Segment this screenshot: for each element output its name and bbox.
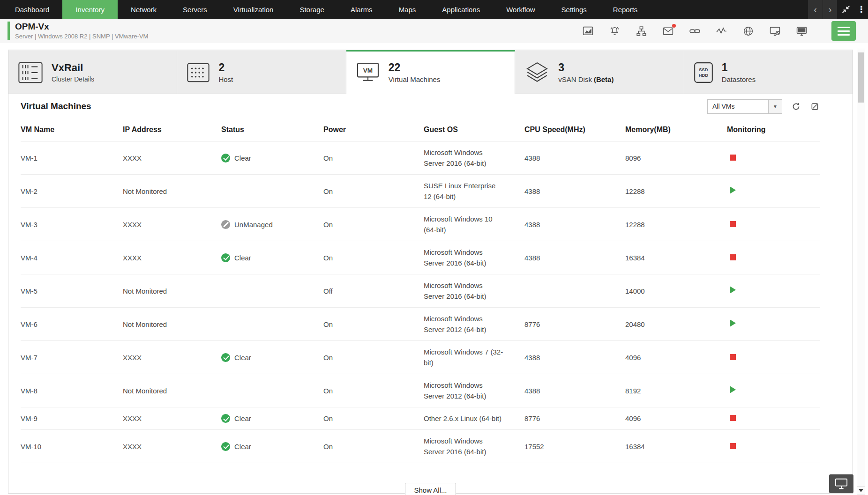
vm-name-cell[interactable]: VM-10 bbox=[21, 430, 123, 463]
scrollbar-thumb[interactable] bbox=[858, 52, 864, 103]
table-row[interactable]: VM-7 XXXX Clear On Microsoft Windows 7 (… bbox=[21, 341, 820, 374]
nav-item-applications[interactable]: Applications bbox=[429, 0, 493, 19]
table-row[interactable]: VM-4 XXXX Clear On Microsoft Windows Ser… bbox=[21, 241, 820, 274]
monitoring-toggle-icon[interactable] bbox=[730, 186, 736, 194]
nav-item-servers[interactable]: Servers bbox=[170, 0, 220, 19]
status-cell: Clear bbox=[221, 141, 323, 175]
monitoring-cell[interactable] bbox=[727, 274, 820, 308]
mail-icon[interactable] bbox=[662, 25, 674, 37]
vm-name-cell[interactable]: VM-4 bbox=[21, 241, 123, 274]
performance-chart-icon[interactable] bbox=[582, 25, 594, 37]
power-cell: On bbox=[323, 374, 424, 407]
tab-cluster-title: VxRail bbox=[52, 62, 94, 74]
memory-cell: 4096 bbox=[625, 407, 727, 430]
nav-item-storage[interactable]: Storage bbox=[286, 0, 337, 19]
header-toolbar bbox=[582, 21, 868, 41]
nav-item-inventory[interactable]: Inventory bbox=[62, 0, 118, 19]
vm-filter-dropdown[interactable]: All VMs bbox=[707, 99, 782, 114]
guest-os-cell: Microsoft Windows Server 2016 (64-bit) bbox=[424, 241, 524, 274]
monitor-off-icon[interactable] bbox=[769, 25, 781, 37]
vm-name-cell[interactable]: VM-1 bbox=[21, 141, 123, 175]
tab-virtual-machines[interactable]: VM 22 Virtual Machines bbox=[346, 50, 515, 94]
vm-name-cell[interactable]: VM-8 bbox=[21, 374, 123, 407]
nav-item-virtualization[interactable]: Virtualization bbox=[220, 0, 287, 19]
topology-icon[interactable] bbox=[635, 25, 647, 37]
table-row[interactable]: VM-8 Not Monitored On Microsoft Windows … bbox=[21, 374, 820, 407]
nav-item-alarms[interactable]: Alarms bbox=[337, 0, 386, 19]
table-row[interactable]: VM-9 XXXX Clear On Other 2.6.x Linux (64… bbox=[21, 407, 820, 430]
table-row[interactable]: VM-2 Not Monitored On SUSE Linux Enterpr… bbox=[21, 175, 820, 208]
table-row[interactable]: VM-5 Not Monitored Off Microsoft Windows… bbox=[21, 274, 820, 308]
page-header: OPM-Vx Server | Windows 2008 R2 | SNMP |… bbox=[0, 19, 868, 43]
monitoring-cell[interactable] bbox=[727, 407, 820, 430]
monitoring-cell[interactable] bbox=[727, 241, 820, 274]
tab-hosts[interactable]: 2 Host bbox=[177, 50, 346, 94]
cancel-icon[interactable] bbox=[809, 101, 820, 111]
alarm-icon[interactable] bbox=[608, 25, 621, 37]
tab-datastores[interactable]: SSD HDD 1 Datastores bbox=[684, 50, 853, 94]
tab-cluster-details[interactable]: VxRail Cluster Details bbox=[8, 50, 177, 94]
cpu-cell: 4388 bbox=[524, 374, 625, 407]
nav-item-reports[interactable]: Reports bbox=[600, 0, 651, 19]
scrollbar[interactable] bbox=[857, 49, 865, 495]
monitoring-cell[interactable] bbox=[727, 341, 820, 374]
monitoring-cell[interactable] bbox=[727, 374, 820, 407]
guest-os-cell: Microsoft Windows Server 2016 (64-bit) bbox=[424, 141, 524, 175]
sparkline-icon[interactable] bbox=[715, 25, 727, 37]
nav-item-maps[interactable]: Maps bbox=[386, 0, 429, 19]
monitoring-cell[interactable] bbox=[727, 141, 820, 175]
chevron-left-icon[interactable]: ‹ bbox=[808, 0, 823, 19]
table-row[interactable]: VM-6 Not Monitored On Microsoft Windows … bbox=[21, 308, 820, 341]
ip-cell: Not Monitored bbox=[123, 175, 221, 208]
scrollbar-down-button[interactable] bbox=[857, 486, 865, 495]
show-all-button[interactable]: Show All... bbox=[405, 483, 456, 495]
refresh-icon[interactable] bbox=[791, 101, 801, 111]
monitoring-toggle-icon[interactable] bbox=[730, 354, 736, 360]
content-panel: VxRail Cluster Details 2 Host bbox=[8, 50, 853, 494]
monitoring-cell[interactable] bbox=[727, 430, 820, 463]
monitoring-toggle-icon[interactable] bbox=[730, 221, 736, 227]
monitoring-toggle-icon[interactable] bbox=[730, 254, 736, 260]
nav-item-workflow[interactable]: Workflow bbox=[493, 0, 548, 19]
cpu-cell: 4388 bbox=[524, 341, 625, 374]
link-icon[interactable] bbox=[688, 25, 701, 37]
collapse-icon[interactable] bbox=[837, 0, 855, 19]
menu-button[interactable] bbox=[831, 21, 856, 41]
monitoring-toggle-icon[interactable] bbox=[730, 415, 736, 421]
console-icon[interactable] bbox=[795, 25, 808, 37]
ip-cell: XXXX bbox=[123, 430, 221, 463]
power-cell: On bbox=[323, 407, 424, 430]
vm-name-cell[interactable]: VM-9 bbox=[21, 407, 123, 430]
monitoring-cell[interactable] bbox=[727, 208, 820, 241]
vm-name-cell[interactable]: VM-6 bbox=[21, 308, 123, 341]
tab-vsan-disk[interactable]: 3 vSAN Disk(Beta) bbox=[515, 50, 684, 94]
vm-name-cell[interactable]: VM-5 bbox=[21, 274, 123, 308]
table-row[interactable]: VM-10 XXXX Clear On Microsoft Windows Se… bbox=[21, 430, 820, 463]
monitoring-toggle-icon[interactable] bbox=[730, 286, 736, 294]
monitoring-toggle-icon[interactable] bbox=[730, 386, 736, 393]
nav-item-settings[interactable]: Settings bbox=[548, 0, 600, 19]
col-cpu-speed: CPU Speed(MHz) bbox=[524, 118, 625, 141]
nav-items: DashboardInventoryNetworkServersVirtuali… bbox=[2, 0, 651, 19]
globe-icon[interactable] bbox=[742, 25, 754, 37]
monitoring-toggle-icon[interactable] bbox=[730, 319, 736, 327]
chevron-right-icon[interactable]: › bbox=[823, 0, 837, 19]
screen-share-button[interactable] bbox=[829, 474, 853, 493]
nav-item-network[interactable]: Network bbox=[118, 0, 170, 19]
overflow-menu-icon[interactable]: ⋮ bbox=[855, 0, 868, 19]
table-row[interactable]: VM-3 XXXX UnManaged On Microsoft Windows… bbox=[21, 208, 820, 241]
svg-text:SSD: SSD bbox=[699, 67, 708, 72]
status-cell: Clear bbox=[221, 341, 323, 374]
panel-title: Virtual Machines bbox=[21, 101, 91, 111]
panel-controls: All VMs bbox=[707, 99, 820, 114]
monitoring-cell[interactable] bbox=[727, 308, 820, 341]
table-row[interactable]: VM-1 XXXX Clear On Microsoft Windows Ser… bbox=[21, 141, 820, 175]
vm-name-cell[interactable]: VM-7 bbox=[21, 341, 123, 374]
monitoring-cell[interactable] bbox=[727, 175, 820, 208]
vm-name-cell[interactable]: VM-2 bbox=[21, 175, 123, 208]
monitoring-toggle-icon[interactable] bbox=[730, 155, 736, 161]
vm-name-cell[interactable]: VM-3 bbox=[21, 208, 123, 241]
monitoring-toggle-icon[interactable] bbox=[730, 443, 736, 449]
beta-badge: (Beta) bbox=[594, 75, 614, 83]
nav-item-dashboard[interactable]: Dashboard bbox=[2, 0, 62, 19]
